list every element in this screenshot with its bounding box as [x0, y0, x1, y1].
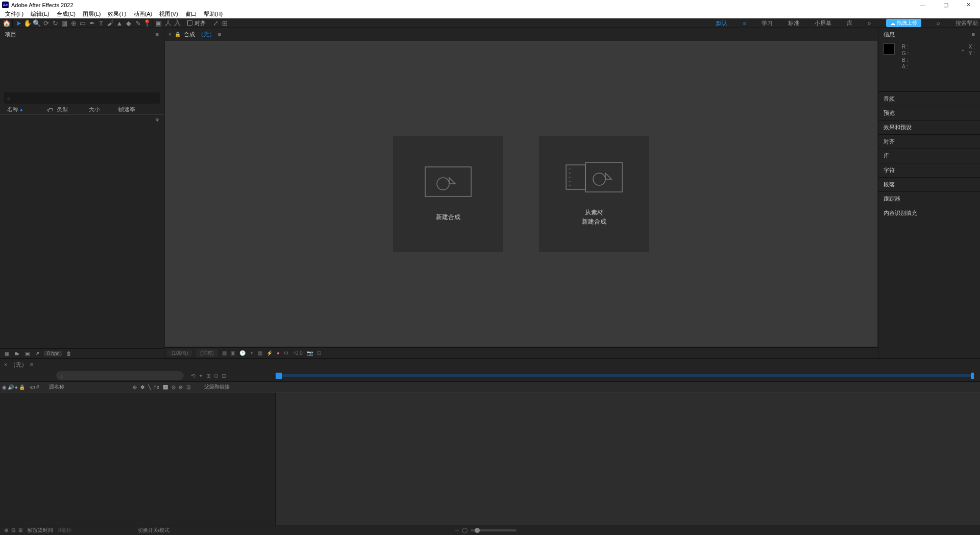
zoom-tool[interactable]: 🔍 [32, 18, 41, 28]
tlf-ico2[interactable]: ⊟ [11, 527, 15, 533]
panel-paragraph[interactable]: 段落 [878, 177, 980, 191]
panel-contentaware[interactable]: 内容识别填充 [878, 206, 980, 220]
res-dropdown[interactable]: (完整) [196, 349, 218, 357]
close-tab-icon[interactable]: × [168, 32, 172, 37]
menu-help[interactable]: 帮助(H) [204, 10, 223, 18]
menu-file[interactable]: 文件(F) [5, 10, 23, 18]
orbit-tool[interactable]: ⟳ [41, 18, 51, 28]
workspace-default[interactable]: 默认 [716, 19, 727, 27]
zoom-knob-icon[interactable]: ◯ [462, 527, 468, 533]
fill-icon[interactable]: ▣ [154, 18, 163, 28]
region-icon[interactable]: ⊡ [317, 350, 321, 356]
bpc-button[interactable]: 8 bpc [44, 351, 62, 356]
workspace-learn[interactable]: 学习 [762, 19, 773, 27]
menu-view[interactable]: 视图(V) [159, 10, 178, 18]
selection-tool[interactable]: ➤ [14, 18, 23, 28]
timeline-tracks[interactable] [276, 393, 980, 525]
maximize-button[interactable]: ▢ [934, 0, 957, 10]
mask-btn-icon[interactable]: ▣ [231, 350, 235, 356]
tl-ico3[interactable]: ⊞ [206, 373, 211, 379]
folder-icon[interactable]: 🖿 [13, 351, 20, 356]
panel-menu-icon[interactable]: ≡ [972, 31, 975, 37]
solo-col-icon[interactable]: ● [15, 384, 18, 390]
layer-list[interactable] [0, 393, 276, 525]
speaker-col-icon[interactable]: 🔊 [8, 384, 14, 390]
workspace-menu-icon[interactable]: ≡ [743, 20, 746, 26]
label-col-icon[interactable]: 🏷 [30, 384, 35, 390]
workspace-standard[interactable]: 标准 [788, 19, 799, 27]
stroke2-icon[interactable]: 入 [173, 18, 182, 28]
new-composition-card[interactable]: 新建合成 [393, 136, 503, 252]
time-btn-icon[interactable]: 🕐 [239, 350, 246, 356]
pen-tool[interactable]: ✒ [87, 18, 96, 28]
lock-col-icon[interactable]: 🔒 [19, 384, 25, 390]
tl-ico2[interactable]: ✦ [199, 373, 203, 379]
playhead-icon[interactable] [276, 373, 282, 379]
exposure-value[interactable]: +0.0 [292, 350, 303, 356]
panel-preview[interactable]: 预览 [878, 106, 980, 120]
minimize-button[interactable]: — [911, 0, 934, 10]
menu-layer[interactable]: 图层(L) [83, 10, 101, 18]
upload-button[interactable]: ☁拖拽上传 [886, 19, 921, 27]
workspace-library[interactable]: 库 [847, 19, 852, 27]
workspace-overflow-icon[interactable]: » [868, 20, 871, 26]
close-button[interactable]: ✕ [957, 0, 980, 10]
zoom-slider[interactable] [471, 529, 517, 531]
col-type[interactable]: 类型 [57, 106, 85, 113]
roto-tool[interactable]: ✎ [133, 18, 142, 28]
workspace-small[interactable]: 小屏幕 [815, 19, 831, 27]
stroke-icon[interactable]: 人 [163, 18, 173, 28]
col-parent[interactable]: 父级和链接 [204, 383, 276, 391]
search-icon[interactable]: ⌕ [937, 20, 940, 26]
menu-edit[interactable]: 编辑(E) [31, 10, 50, 18]
workarea-end-icon[interactable] [971, 373, 974, 379]
close-tab-icon[interactable]: × [4, 362, 7, 368]
panel-align[interactable]: 对齐 [878, 134, 980, 149]
home-tool[interactable]: 🏠 [2, 18, 11, 28]
camera-icon[interactable]: 📷 [307, 350, 313, 356]
zoom-dropdown[interactable]: (100%) [167, 350, 192, 356]
channel-icon[interactable]: ● [277, 350, 280, 356]
gear-icon[interactable]: ⚙ [284, 350, 288, 356]
grid-btn-icon[interactable]: ▦ [222, 350, 227, 356]
timeline-search[interactable]: ⌕ [56, 371, 184, 380]
puppet-tool[interactable]: 📍 [142, 18, 152, 28]
tl-ico1[interactable]: ⟲ [191, 373, 195, 379]
panel-tracker[interactable]: 跟踪器 [878, 191, 980, 206]
from-footage-card[interactable]: 从素材新建合成 [539, 136, 649, 252]
expand-icon[interactable]: ⤢ [211, 18, 220, 28]
col-fps[interactable]: 帧速率 [118, 106, 135, 113]
clone-tool[interactable]: ▲ [115, 18, 124, 28]
shape-tool[interactable]: ▭ [78, 18, 87, 28]
tlf-ico1[interactable]: ⊕ [4, 527, 8, 533]
panel-menu-icon[interactable]: ≡ [156, 31, 159, 37]
transparency-icon[interactable]: ▦ [258, 350, 262, 356]
panel-library[interactable]: 库 [878, 149, 980, 163]
time-ruler[interactable] [276, 371, 974, 380]
menu-animation[interactable]: 动画(A) [134, 10, 153, 18]
snap-checkbox[interactable] [187, 20, 192, 26]
col-source[interactable]: 源名称 [46, 383, 133, 391]
eye-col-icon[interactable]: ◉ [2, 384, 7, 390]
draft-icon[interactable]: ⚡ [266, 350, 273, 356]
interpret-icon[interactable]: ▦ [3, 351, 10, 356]
snap-btn-icon[interactable]: ✦ [250, 350, 254, 356]
zoom-out-icon[interactable]: ─ [455, 527, 459, 533]
brush-tool[interactable]: 🖌 [106, 18, 115, 28]
panel-effects[interactable]: 效果和预设 [878, 120, 980, 134]
menu-window[interactable]: 窗口 [185, 10, 197, 18]
camera-tool[interactable]: ▦ [60, 18, 69, 28]
panel-menu-icon[interactable]: ≡ [30, 361, 33, 368]
search-help-label[interactable]: 搜索帮助 [955, 19, 978, 27]
tlf-ico3[interactable]: ⊞ [18, 527, 22, 533]
grid-icon[interactable]: ⊞ [220, 18, 229, 28]
project-search[interactable]: ⌕ [4, 92, 160, 104]
col-name[interactable]: 名称 [7, 106, 18, 113]
adjust-icon[interactable]: ↗ [34, 351, 41, 356]
rotate-tool[interactable]: ↻ [51, 18, 60, 28]
lock-icon[interactable]: 🔒 [175, 32, 181, 37]
menu-effect[interactable]: 效果(T) [108, 10, 126, 18]
project-list[interactable]: ⚘ [0, 115, 164, 348]
pan-behind-tool[interactable]: ⊕ [69, 18, 78, 28]
menu-composition[interactable]: 合成(C) [57, 10, 76, 18]
